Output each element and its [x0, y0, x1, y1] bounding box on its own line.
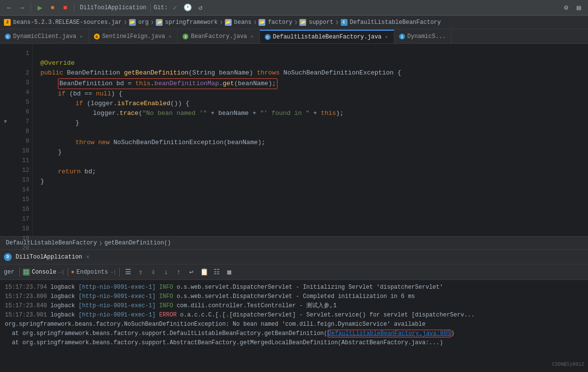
console-sep2 — [68, 268, 68, 277]
breadcrumb-class[interactable]: DefaultListableBeanFactory — [350, 19, 441, 26]
tab-close-1[interactable]: ✕ — [79, 33, 84, 40]
kw-throws: throws — [257, 69, 284, 76]
tab-default-listable[interactable]: C DefaultListableBeanFactory.java ✕ — [260, 30, 394, 43]
log-link-default-listable[interactable]: DefaultListableBeanFactory.java:805 — [328, 330, 451, 337]
paren: ( — [234, 80, 238, 87]
tab-dynamic-s[interactable]: I DynamicS... — [394, 30, 451, 43]
debug-btn[interactable]: ● — [47, 2, 58, 13]
undo-btn[interactable]: ↺ — [195, 2, 206, 13]
semi-return: ; — [92, 168, 96, 175]
console-label: Console — [32, 269, 56, 276]
console-scroll-up-btn[interactable]: ⇧ — [135, 267, 146, 278]
tab-label-1: DynamicClient.java — [13, 33, 76, 40]
log-class-1: o.s.web.servlet.DispatcherServlet — [177, 284, 296, 291]
log-line-2: 15:17:23.800 logback [http-nio-9091-exec… — [5, 292, 583, 301]
console-scroll-btn2[interactable]: ↓ — [161, 267, 171, 278]
tab-close-4[interactable]: ✕ — [384, 34, 389, 40]
code-line-blank — [40, 49, 580, 58]
sep3 — [150, 3, 150, 12]
console-icon: □ — [23, 269, 30, 276]
console-clear-btn[interactable]: ☰ — [123, 267, 133, 278]
endpoints-label: Endpoints — [76, 269, 108, 276]
console-toolbar: ger □ Console →| ● Endpoints →| ☰ ⇧ ⇩ ↓ … — [0, 264, 588, 280]
paren-open: ( — [188, 69, 192, 76]
code-content: @Override public BeanDefinition getBeanD… — [33, 44, 588, 236]
log-level-4: ERROR — [159, 312, 180, 318]
log-level-3: INFO — [159, 302, 177, 309]
run-close-btn[interactable]: ✕ — [86, 253, 90, 260]
tab-bean-factory[interactable]: I BeanFactory.java ✕ — [178, 30, 259, 43]
breadcrumb-jar[interactable]: beans-5.2.3.RELEASE-sources.jar — [13, 19, 122, 26]
method-trace: isTraceEnabled — [117, 100, 170, 107]
var-beanname: beanName — [219, 69, 249, 76]
git-mark-btn[interactable]: 🕐 — [183, 2, 193, 13]
exc-no-such: NoSuchBeanDefinitionException — [113, 139, 223, 146]
console-layout-btn[interactable]: ▦ — [224, 267, 235, 278]
logger-tab-label[interactable]: ger — [4, 269, 15, 276]
console-copy-btn[interactable]: 📋 — [199, 267, 209, 278]
breadcrumb-springframework[interactable]: springframework — [165, 19, 218, 26]
log-line-1: 15:17:23.794 logback [http-nio-9091-exec… — [5, 283, 583, 292]
console-wrap-btn[interactable]: ↩ — [186, 267, 197, 278]
breadcrumb-beans[interactable]: beans — [234, 19, 252, 26]
sep1 — [31, 3, 31, 12]
log-exception-msg: org.springframework.beans.factory.NoSuch… — [5, 321, 425, 328]
paren-if: (bd == — [69, 90, 96, 97]
log-time-1: 15:17:23.794 — [5, 284, 47, 291]
git-check-btn[interactable]: ✓ — [170, 2, 181, 13]
field-map: beanDefinitionMap — [154, 80, 219, 87]
console-tab[interactable]: □ Console →| — [23, 269, 65, 276]
code-line-return: return bd; — [58, 167, 580, 177]
log-time-4: 15:17:23.901 — [5, 312, 47, 318]
method-get: get — [223, 80, 234, 87]
log-time-2: 15:17:23.800 — [5, 293, 47, 300]
run-btn[interactable]: ▶ — [35, 2, 45, 13]
sep-5: ❯ — [294, 19, 298, 25]
endpoints-pin-icon[interactable]: →| — [110, 269, 116, 275]
layout-btn[interactable]: ▤ — [573, 2, 584, 13]
settings-btn[interactable]: ⚙ — [561, 2, 571, 13]
plus2: + — [310, 110, 321, 117]
breadcrumb-support[interactable]: support — [309, 19, 333, 26]
exc-type: NoSuchBeanDefinitionException — [283, 69, 397, 76]
console-filter-btn[interactable]: ☷ — [211, 267, 222, 278]
gutter-fold-icon[interactable]: ▼ — [0, 117, 11, 127]
tab-dynamic-client[interactable]: C DynamicClient.java ✕ — [0, 30, 89, 43]
dot2: . — [219, 80, 223, 87]
kw-if: if — [58, 90, 69, 97]
breadcrumb-factory[interactable]: factory — [268, 19, 292, 26]
breadcrumb-bar: J beans-5.2.3.RELEASE-sources.jar ❯ 📂 or… — [0, 16, 588, 29]
tab-icon-1: C — [5, 34, 11, 39]
brace-close-if: } — [58, 149, 62, 156]
code-line-annotation: @Override — [40, 58, 580, 68]
console-scroll-btn3[interactable]: ↑ — [173, 267, 184, 278]
tab-icon-2: S — [94, 34, 100, 39]
tab-sentinel-feign[interactable]: S SentinelFeign.java ✕ — [89, 30, 178, 43]
tab-label-4: DefaultListableBeanFactory.java — [273, 34, 382, 40]
console-scroll-down-btn[interactable]: ⇩ — [148, 267, 159, 278]
paren-logger2: ()) { — [170, 100, 189, 107]
tab-close-3[interactable]: ✕ — [250, 33, 255, 40]
tab-close-2[interactable]: ✕ — [167, 33, 172, 40]
str-no-bean: "No bean named '" — [142, 110, 207, 117]
editor-area: ▼ 1 2 3 4 5 6 7 8 9 10 11 12 13 14 15 16… — [0, 44, 588, 236]
watermark: CSDN@ly0912 — [552, 362, 584, 367]
tab-label-5: DynamicS... — [407, 33, 446, 40]
log-stack-1-suffix: ) — [451, 330, 455, 337]
console-pin-icon[interactable]: →| — [58, 269, 65, 275]
kw-return: return — [58, 168, 85, 175]
log-src-1: logback — [51, 284, 79, 291]
brace-close-method: } — [40, 178, 44, 185]
breadcrumb-org[interactable]: org — [138, 19, 149, 26]
sep-2: ❯ — [150, 19, 154, 25]
back-btn[interactable]: ← — [4, 2, 15, 13]
endpoints-tab[interactable]: ● Endpoints →| — [71, 269, 116, 276]
log-stack-2-end: AbstractBeanFactory.java:...) — [341, 339, 443, 346]
log-level-1: INFO — [159, 284, 177, 291]
stop-btn[interactable]: ■ — [60, 2, 71, 13]
method-name: getBeanDefinition — [124, 69, 189, 76]
log-line-4: 15:17:23.901 logback [http-nio-9091-exec… — [5, 311, 583, 320]
code-line-throw: throw new NoSuchBeanDefinitionException(… — [75, 138, 580, 148]
type-string: String — [192, 69, 219, 76]
forward-btn[interactable]: → — [17, 2, 27, 13]
